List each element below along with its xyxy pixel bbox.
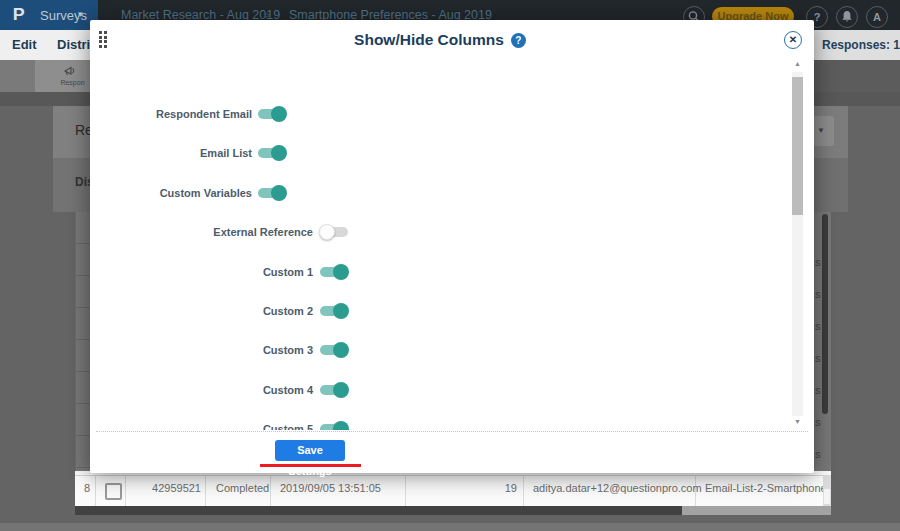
tab-edit[interactable]: Edit xyxy=(12,37,37,52)
toggle-label: Email List xyxy=(100,147,252,159)
toggle-row: Custom 2 xyxy=(90,301,788,321)
user-avatar[interactable]: A xyxy=(866,6,888,28)
toggle-label: Custom 1 xyxy=(100,266,313,278)
row-checkbox[interactable] xyxy=(105,483,122,500)
dimmed-right-panel-bottom xyxy=(814,158,848,212)
dimmed-gap-left xyxy=(0,92,90,106)
toggle-row: Custom Variables xyxy=(90,183,788,203)
row-border xyxy=(75,475,831,476)
toggle-row: Email List xyxy=(90,143,788,163)
toggle-label: Custom 3 xyxy=(100,344,313,356)
toggle-switch-external-reference[interactable] xyxy=(320,227,348,237)
scroll-up-arrow-icon[interactable]: ▲ xyxy=(792,60,803,67)
email-cell: aditya.datar+12@questionpro.com xyxy=(533,482,702,494)
toggle-switch-custom-variables[interactable] xyxy=(258,188,286,198)
toggle-switch-custom-4[interactable] xyxy=(320,385,348,395)
toggle-row: Respondent Email xyxy=(90,104,788,124)
modal-title: Show/Hide Columns xyxy=(354,31,504,49)
toggle-row: External Reference xyxy=(90,222,788,242)
dimmed-toolbar-left xyxy=(0,60,35,92)
toggle-switch-custom-3[interactable] xyxy=(320,345,348,355)
dimmed-row-text-fragment: s xyxy=(815,256,821,268)
dimmed-table-left-edge xyxy=(75,212,91,477)
response-id-cell: 42959521 xyxy=(125,482,201,494)
toggle-row: Custom 4 xyxy=(90,380,788,400)
toggle-switch-respondent-email[interactable] xyxy=(258,109,286,119)
responses-count-badge: Responses: 12 xyxy=(822,38,900,52)
toggle-row: Custom 5 xyxy=(90,419,788,430)
toggle-label: Custom 2 xyxy=(100,305,313,317)
toggle-switch-custom-1[interactable] xyxy=(320,267,348,277)
horizontal-scrollbar[interactable] xyxy=(75,506,831,515)
modal-scrollbar-thumb[interactable] xyxy=(792,77,803,215)
toggle-row: Custom 3 xyxy=(90,340,788,360)
footer-divider xyxy=(96,431,808,432)
toggle-label: Custom 5 xyxy=(100,423,313,430)
show-hide-columns-modal: Show/Hide Columns ? ✕ Respondent EmailEm… xyxy=(90,20,814,473)
dimmed-bottom-strip xyxy=(0,523,900,531)
dimmed-toolbar-right xyxy=(814,60,900,92)
dimmed-vertical-scrollbar xyxy=(822,214,828,414)
table-row: 8 42959521 Completed 2019/09/05 13:51:05… xyxy=(75,471,831,506)
timestamp-cell: 2019/09/05 13:51:05 xyxy=(280,482,381,494)
notifications-bell-icon[interactable] xyxy=(836,6,858,28)
questionpro-logo[interactable]: P xyxy=(13,5,25,25)
toggle-switch-email-list[interactable] xyxy=(258,148,286,158)
save-settings-button[interactable]: Save Settings xyxy=(275,440,345,461)
row-scrollbar-nub[interactable] xyxy=(824,489,830,504)
modal-help-icon[interactable]: ? xyxy=(511,33,526,48)
dimmed-row-text-fragment: s xyxy=(815,448,821,460)
dimmed-row-text-fragment: s xyxy=(815,320,821,332)
row-number-cell: 8 xyxy=(75,482,90,494)
scroll-down-arrow-icon[interactable]: ▼ xyxy=(792,418,803,425)
dimmed-row-text-fragment: s xyxy=(815,416,821,428)
toggle-label: Respondent Email xyxy=(100,108,252,120)
status-cell: Completed xyxy=(216,482,269,494)
toggle-switch-custom-2[interactable] xyxy=(320,306,348,316)
time-taken-cell: 19 xyxy=(455,482,517,494)
screen: P Surveys ▾ Market Research - Aug 2019 >… xyxy=(0,0,900,531)
dimmed-row-text-fragment: s xyxy=(815,352,821,364)
modal-scrollbar[interactable]: ▲ ▼ xyxy=(792,60,803,428)
close-icon[interactable]: ✕ xyxy=(784,31,802,49)
dimmed-row-text-fragment: s xyxy=(815,384,821,396)
chevron-down-icon: ▾ xyxy=(78,9,83,19)
modal-scrollbar-track[interactable] xyxy=(792,72,803,416)
dimmed-row-text-fragment: s xyxy=(815,288,821,300)
toggle-switch-custom-5[interactable] xyxy=(320,424,348,430)
annotation-underline xyxy=(260,464,361,467)
modal-header: Show/Hide Columns ? xyxy=(78,28,802,52)
toggle-label: Custom 4 xyxy=(100,384,313,396)
dimmed-gap-right xyxy=(814,92,900,106)
dropdown-caret-icon: ▼ xyxy=(817,126,825,135)
toolbar-item-label: Respon xyxy=(55,79,90,86)
email-list-cell: Email-List-2-Smartphone-A xyxy=(705,482,823,494)
column-toggle-list: Respondent EmailEmail ListCustom Variabl… xyxy=(90,58,788,430)
toggle-label: Custom Variables xyxy=(100,187,252,199)
toggle-label: External Reference xyxy=(100,226,313,238)
horizontal-scrollbar-thumb[interactable] xyxy=(75,506,682,515)
toggle-row: Custom 1 xyxy=(90,262,788,282)
